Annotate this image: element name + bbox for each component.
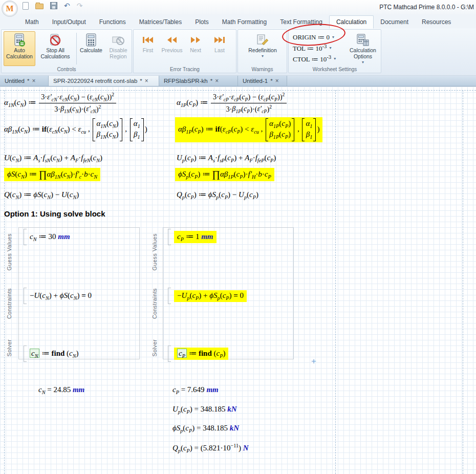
tab-document[interactable]: Document xyxy=(374,16,415,28)
tab-functions[interactable]: Functions xyxy=(93,16,133,28)
worksheet-canvas[interactable]: α1N(cN) ≔ 3·ε′cN·εcN(cN) − (εcN(cN))23·β… xyxy=(0,87,476,474)
region-bracket xyxy=(24,288,27,304)
result-cP[interactable]: cP = 7.649 mm xyxy=(172,385,219,395)
close-icon[interactable]: × xyxy=(32,77,35,84)
stop-calculations-label: Stop All Calculations xyxy=(37,48,74,60)
dirty-marker: * xyxy=(140,78,142,84)
window-title: PTC Mathcad Prime 8.0.0.0 - G:\M xyxy=(379,4,474,11)
guess-value-cP[interactable]: cP ≔ 1 mm xyxy=(168,229,217,245)
tol-setting[interactable]: TOL ≔ 10-3 ▾ xyxy=(293,43,332,53)
solver-cN[interactable]: cN ≔ find (cN) xyxy=(24,346,79,362)
guess-values-label-right: Guess Values xyxy=(152,233,158,270)
tab-math[interactable]: Math xyxy=(18,16,46,28)
constraint-cN[interactable]: −U(cN) + ϕS(cN) = 0 xyxy=(24,288,92,304)
constraints-label-left: Constraints xyxy=(6,288,12,319)
equation-Q-P[interactable]: Qp(cP) ≔ ϕSp(cP) − Up(cP) xyxy=(177,190,258,200)
result-Up[interactable]: Up(cP) = 348.185 kN xyxy=(172,405,237,415)
redo-button[interactable]: ↷ xyxy=(77,2,83,9)
doc-tab-untitled-1[interactable]: Untitled-1 * × xyxy=(238,76,287,86)
doc-tab-label: RFPSlabSPR-kh xyxy=(164,78,208,84)
region-bracket xyxy=(168,288,171,304)
result-phiSp[interactable]: ϕSp(cP) = 348.185 kN xyxy=(172,424,239,434)
doc-tab-label: Untitled xyxy=(5,78,25,84)
redefinition-button[interactable]: Redefinition ▾ xyxy=(241,31,284,65)
solver-label-right: Solver xyxy=(152,339,158,357)
new-file-icon xyxy=(23,2,29,10)
region-bracket xyxy=(168,346,171,362)
constraint-cP[interactable]: −Up(cP) + ϕSp(cP) = 0 xyxy=(168,288,247,304)
equation-alphabeta1N[interactable]: αβ1N(cN) ≔ if(εcN(cN) < εcu , α1N(cN)β1N… xyxy=(4,118,147,141)
doc-tab-rfpslab[interactable]: RFPSlabSPR-kh * × xyxy=(159,76,238,86)
calculation-options-icon xyxy=(356,33,370,47)
auto-calculation-label: Auto Calculation xyxy=(4,48,35,60)
previous-icon xyxy=(166,33,178,47)
previous-error-button[interactable]: Previous xyxy=(160,31,184,63)
guess-value-cN[interactable]: cN ≔ 30 mm xyxy=(24,229,70,245)
undo-button[interactable]: ↶ xyxy=(64,2,70,9)
ctol-setting[interactable]: CTOL ≔ 10-3 ▾ xyxy=(293,54,336,63)
equation-phiS-P[interactable]: ϕSp(cP) ≔ ∏αβ1P(cP)·f′H·b·cP xyxy=(175,168,274,181)
title-bar: M ↶ ↷ PTC Mathcad Prime 8.0.0.0 - G:\M xyxy=(0,0,476,15)
equation-phiS-N[interactable]: ϕS(cN) ≔ ∏αβ1N(cN)·f′c·b·cN xyxy=(4,168,100,181)
result-cN[interactable]: cN = 24.85 mm xyxy=(38,385,84,395)
document-tab-bar: Untitled * × SPR-20220924 retrofit cont-… xyxy=(0,75,476,87)
ctol-value: CTOL ≔ 10-3 xyxy=(293,54,331,63)
section-heading[interactable]: Option 1: Using solve block xyxy=(4,209,105,218)
tab-matrices-tables[interactable]: Matrices/Tables xyxy=(133,16,188,28)
equation-U-P[interactable]: Up(cP) ≔ As·fsP(cP) + AF·ffeP(cP) xyxy=(177,153,276,163)
equation-alpha1P[interactable]: α1P(cP) ≔ 3·ε′cP·εcP(cP) − (εcP(cP))23·β… xyxy=(177,92,288,114)
equation-Q-N[interactable]: Q(cN) ≔ ϕS(cN) − U(cN) xyxy=(4,190,79,200)
doc-tab-label: Untitled-1 xyxy=(243,78,268,84)
last-error-button[interactable]: Last xyxy=(208,31,231,63)
previous-label: Previous xyxy=(162,48,183,54)
constraints-label-right: Constraints xyxy=(152,288,158,319)
redefinition-label: Redefinition xyxy=(248,48,276,54)
first-error-button[interactable]: First xyxy=(137,31,159,63)
save-button[interactable] xyxy=(50,2,57,9)
chevron-down-icon: ▾ xyxy=(362,60,364,64)
tab-calculation[interactable]: Calculation xyxy=(329,15,374,29)
solver-cP[interactable]: cP ≔ find (cP) xyxy=(168,346,228,362)
equation-alphabeta1P[interactable]: αβ1P(cP) ≔ if(εcP(cP) < εcu , α1P(cP)β1P… xyxy=(175,117,322,142)
page-margin-line xyxy=(4,90,5,474)
dirty-marker: * xyxy=(270,78,272,84)
open-file-button[interactable] xyxy=(35,2,44,9)
ribbon-group-warnings: Redefinition ▾ Warnings xyxy=(237,29,287,73)
stop-all-calculations-button[interactable]: Stop All Calculations xyxy=(36,31,74,66)
result-Qp[interactable]: Qp(cP) = (5.821·10−11) N xyxy=(172,443,249,454)
auto-calculation-button[interactable]: Auto Calculation xyxy=(4,31,35,66)
ribbon-group-error-tracing: First Previous Next Last Error Tracing xyxy=(133,29,236,73)
tab-text-formatting[interactable]: Text Formatting xyxy=(273,16,329,28)
group-divider xyxy=(76,33,77,64)
logo-letter: M xyxy=(6,4,13,13)
mathcad-logo[interactable]: M xyxy=(2,1,18,17)
close-icon[interactable]: × xyxy=(275,77,279,84)
doc-tab-untitled[interactable]: Untitled * × xyxy=(0,76,49,86)
origin-setting[interactable]: ORIGIN ≔ 0 ▾ xyxy=(293,32,334,42)
quick-access-toolbar: ↶ ↷ xyxy=(23,2,82,10)
close-icon[interactable]: × xyxy=(145,77,148,84)
disable-region-button[interactable]: Disable Region xyxy=(105,31,132,66)
origin-value: ORIGIN ≔ 0 xyxy=(293,33,330,41)
doc-tab-label: SPR-20220924 retrofit cont-slab xyxy=(53,78,137,84)
controls-group-label: Controls xyxy=(2,67,132,72)
equation-alpha1N[interactable]: α1N(cN) ≔ 3·ε′cN·εcN(cN) − (εcN(cN))23·β… xyxy=(4,92,117,114)
tab-math-formatting[interactable]: Math Formatting xyxy=(215,16,273,28)
calculate-icon xyxy=(85,33,97,47)
doc-tab-spr-retrofit[interactable]: SPR-20220924 retrofit cont-slab * × xyxy=(49,76,159,86)
close-icon[interactable]: × xyxy=(215,77,219,84)
next-error-button[interactable]: Next xyxy=(185,31,206,63)
calculation-options-button[interactable]: Calculation Options ▾ xyxy=(346,31,380,66)
new-file-button[interactable] xyxy=(23,2,29,10)
chevron-down-icon: ▾ xyxy=(332,35,334,39)
tab-resources[interactable]: Resources xyxy=(415,16,458,28)
chevron-down-icon: ▾ xyxy=(334,56,336,61)
equation-U-N[interactable]: U(cN) ≔ As·fsN(cN) + AF·ffeN(cN) xyxy=(4,153,102,163)
tab-input-output[interactable]: Input/Output xyxy=(46,16,93,28)
next-label: Next xyxy=(190,48,201,54)
dirty-marker: * xyxy=(210,78,212,84)
calculate-button[interactable]: Calculate xyxy=(78,31,104,66)
tab-plots[interactable]: Plots xyxy=(188,16,215,28)
region-bracket xyxy=(168,229,171,245)
last-label: Last xyxy=(214,48,225,54)
